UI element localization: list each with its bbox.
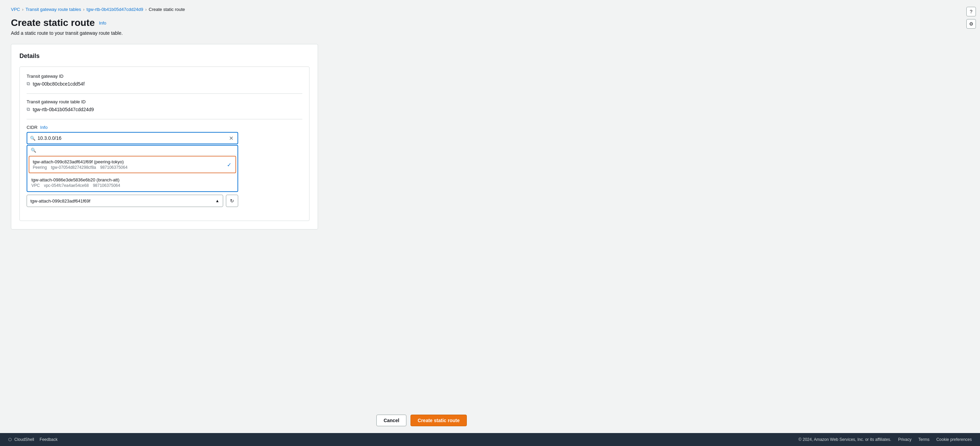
settings-icon-button[interactable]: ⚙: [966, 19, 976, 29]
footer-left: ⬡ CloudShell Feedback: [8, 437, 58, 442]
cloudshell-button[interactable]: ⬡ CloudShell: [8, 437, 34, 442]
breadcrumb: VPC › Transit gateway route tables › tgw…: [11, 7, 467, 12]
option-1-title: tgw-attach-099c823adf641f69f (peering-to…: [33, 159, 232, 164]
selected-dropdown-text: tgw-attach-099c823adf641f69f: [30, 198, 91, 203]
page-info-link[interactable]: Info: [99, 21, 107, 25]
divider-1: [27, 94, 302, 94]
cidr-dropdown-container: 🔍 ✕ 🔍 tgw-attac: [27, 132, 238, 207]
dropdown-search-icon: 🔍: [31, 148, 36, 153]
tgw-copy-icon[interactable]: ⧉: [27, 81, 30, 87]
feedback-link[interactable]: Feedback: [40, 437, 58, 442]
breadcrumb-sep-1: ›: [22, 7, 24, 12]
cidr-info-link[interactable]: Info: [40, 125, 48, 130]
dropdown-arrow-icon: ▲: [215, 198, 220, 203]
selected-dropdown[interactable]: tgw-attach-099c823adf641f69f ▲: [27, 195, 223, 207]
action-bar: Cancel Create static route: [0, 408, 478, 433]
field-section: Transit gateway ID ⧉ tgw-00bc80cbce1cdd5…: [19, 67, 310, 221]
footer-right: © 2024, Amazon Web Services, Inc. or its…: [799, 437, 972, 442]
tgw-rtb-label: Transit gateway route table ID: [27, 99, 302, 104]
footer-copyright: © 2024, Amazon Web Services, Inc. or its…: [799, 437, 891, 442]
cloudshell-label: CloudShell: [14, 437, 34, 442]
option-1-meta: Peering tgw-07054d8274298cf8a 9871063750…: [33, 165, 232, 170]
selected-value-row: tgw-attach-099c823adf641f69f ▲ ↻: [27, 195, 238, 207]
breadcrumb-sep-2: ›: [83, 7, 84, 12]
cidr-input[interactable]: [38, 135, 92, 141]
footer-privacy-link[interactable]: Privacy: [898, 437, 912, 442]
tgw-id-value: tgw-00bc80cbce1cdd54f: [33, 81, 84, 87]
help-icon-button[interactable]: ?: [966, 7, 976, 16]
option-2-account: 987106375064: [93, 183, 120, 188]
footer-terms-link[interactable]: Terms: [918, 437, 929, 442]
breadcrumb-vpc[interactable]: VPC: [11, 7, 20, 12]
attachment-dropdown: 🔍 tgw-attach-099c823adf641f69f (peering-…: [27, 145, 238, 192]
card-title: Details: [19, 52, 310, 60]
page-title: Create static route: [11, 17, 95, 28]
dropdown-option-1[interactable]: tgw-attach-099c823adf641f69f (peering-to…: [29, 156, 236, 173]
breadcrumb-sep-3: ›: [145, 7, 147, 12]
option-1-account: 987106375064: [100, 165, 127, 170]
divider-2: [27, 119, 302, 119]
tgw-rtb-value: tgw-rtb-0b41b05d47cdd24d9: [33, 107, 94, 112]
tgw-id-label: Transit gateway ID: [27, 74, 302, 79]
create-static-route-button[interactable]: Create static route: [410, 414, 467, 426]
cidr-group: CIDR Info 🔍 ✕: [27, 125, 302, 207]
option-2-id: vpc-054fc7ea4ae54ce68: [44, 183, 89, 188]
breadcrumb-rtb-id[interactable]: tgw-rtb-0b41b05d47cdd24d9: [87, 7, 143, 12]
cidr-search-icon: 🔍: [30, 136, 35, 141]
breadcrumb-route-tables[interactable]: Transit gateway route tables: [25, 7, 81, 12]
cidr-clear-icon[interactable]: ✕: [228, 135, 235, 141]
tgw-id-group: Transit gateway ID ⧉ tgw-00bc80cbce1cdd5…: [27, 74, 302, 87]
option-1-type: Peering: [33, 165, 47, 170]
side-icons: ? ⚙: [966, 7, 976, 29]
cidr-input-wrapper[interactable]: 🔍 ✕: [27, 132, 238, 144]
option-2-title: tgw-attach-0986e3de5836e6b20 (branch-att…: [32, 177, 234, 183]
footer-cookie-link[interactable]: Cookie preferences: [936, 437, 972, 442]
option-2-meta: VPC vpc-054fc7ea4ae54ce68 987106375064: [32, 183, 234, 188]
page-subtitle: Add a static route to your transit gatew…: [11, 30, 467, 36]
tgw-rtb-group: Transit gateway route table ID ⧉ tgw-rtb…: [27, 99, 302, 112]
option-1-id: tgw-07054d8274298cf8a: [51, 165, 96, 170]
refresh-button[interactable]: ↻: [226, 195, 238, 207]
cidr-input-inner: 🔍: [30, 135, 228, 141]
cidr-label: CIDR: [27, 125, 38, 130]
breadcrumb-current: Create static route: [149, 7, 185, 12]
dropdown-option-2[interactable]: tgw-attach-0986e3de5836e6b20 (branch-att…: [27, 174, 237, 191]
dropdown-search-row: 🔍: [27, 146, 237, 155]
option-1-check-icon: ✓: [227, 161, 231, 168]
footer: ⬡ CloudShell Feedback © 2024, Amazon Web…: [0, 433, 980, 446]
dropdown-search-input[interactable]: [38, 148, 234, 153]
cancel-button[interactable]: Cancel: [376, 414, 406, 426]
cloudshell-icon: ⬡: [8, 437, 11, 442]
tgw-rtb-copy-icon[interactable]: ⧉: [27, 106, 30, 112]
details-card: Details Transit gateway ID ⧉ tgw-00bc80c…: [11, 44, 318, 230]
option-2-type: VPC: [32, 183, 40, 188]
